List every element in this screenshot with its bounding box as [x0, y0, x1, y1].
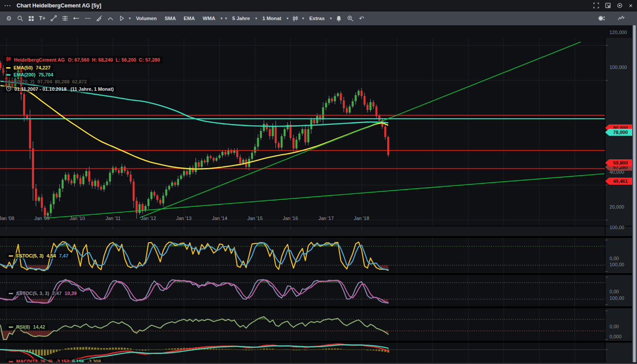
dropdown-caret-icon[interactable]: ▾ [220, 16, 223, 21]
marker-icon[interactable] [119, 15, 125, 21]
toolbar-button-wma[interactable]: WMA [203, 16, 215, 21]
close-icon[interactable]: × [629, 3, 633, 8]
dropdown-caret-icon[interactable]: ▾ [330, 16, 332, 21]
search-icon[interactable] [17, 15, 23, 21]
clock-icon [6, 86, 11, 92]
fibonacci-icon[interactable] [62, 15, 68, 21]
window-title: Chart HeidelbergCement AG [5y] [17, 3, 101, 9]
arc-icon[interactable] [107, 15, 114, 21]
price-alert-badge[interactable]: 78,000 [605, 129, 632, 136]
record-icon[interactable] [617, 3, 623, 8]
date-range-text: 01.11.2007 - 01.10.2018 (11 Jahre, 1 Mon… [14, 86, 114, 92]
dropdown-caret-icon[interactable]: ▾ [286, 16, 289, 21]
price-alert-badge[interactable]: 59,800 [605, 159, 632, 166]
window-right-edge[interactable] [632, 25, 637, 364]
candlestick-legend-icon [6, 56, 11, 63]
toolbar: ⚙T+▾VolumenSMAEMAWMA▾▾5 Jahre▾1 Monat▾▾E… [0, 11, 637, 25]
title-bar: ··· Chart HeidelbergCement AG [5y] × [0, 0, 637, 11]
toolbar-button-1-monat[interactable]: 1 Monat [262, 16, 281, 21]
toolbar-button-extras[interactable]: Extras [309, 16, 324, 21]
window-menu-icon[interactable]: ··· [4, 2, 11, 9]
date-range-row: 01.11.2007 - 01.10.2018 (11 Jahre, 1 Mon… [3, 86, 116, 93]
fullscreen-icon[interactable] [593, 3, 599, 8]
dotted-line-icon[interactable] [85, 15, 91, 21]
chart-window: ··· Chart HeidelbergCement AG [5y] × ⚙T+… [0, 0, 637, 364]
ema200-value: 75,704 [38, 72, 53, 77]
ohlc-values: O: 67,560 H: 68,240 L: 56,200 C: 57,280 [68, 57, 160, 62]
bb-values: 97,704 80,288 62,872 [38, 79, 87, 84]
sstoc-value-1: 7,47 [52, 291, 62, 296]
bell-icon[interactable] [336, 15, 342, 22]
ema200-legend-row[interactable]: EMA(200) 75,704 [3, 72, 56, 78]
sstoc-value-2: 10,39 [65, 291, 77, 296]
dropdown-caret-icon[interactable]: ▾ [129, 16, 131, 21]
price-alert-badge[interactable]: 49,461 [605, 178, 632, 185]
dropdown-caret-icon[interactable]: ▾ [225, 16, 227, 21]
zoom-in-icon[interactable] [347, 15, 354, 22]
chart-area[interactable]: HeidelbergCement AG O: 67,560 H: 68,240 … [0, 25, 632, 362]
ema50-name: EMA(50) [14, 65, 33, 70]
fstoc-name: FSTOC(5, 3) [16, 253, 44, 258]
dropdown-caret-icon[interactable]: ▾ [255, 16, 257, 21]
rsi-value: 14,42 [33, 324, 45, 330]
toolbar-button-ema[interactable]: EMA [184, 16, 195, 21]
ema200-name: EMA(200) [14, 72, 35, 77]
fstoc-swatch-icon [9, 255, 13, 257]
toolbar-button-sma[interactable]: SMA [165, 16, 176, 21]
gear-icon[interactable]: ⚙ [6, 15, 12, 21]
dropdown-caret-icon[interactable]: ▾ [302, 16, 304, 21]
candlestick-icon[interactable] [293, 15, 298, 22]
layout-grid-icon[interactable] [28, 16, 34, 21]
ema50-value: 74,227 [36, 65, 51, 70]
toolbar-button-volumen[interactable]: Volumen [136, 16, 157, 21]
sstoc-legend-row[interactable]: SSTOC(5, 3, 3) 7,47 10,39 [6, 290, 79, 296]
rsi-swatch-icon [9, 326, 13, 328]
fstoc-value-2: 7,47 [59, 253, 68, 258]
compare-icon[interactable] [598, 15, 606, 21]
price-legend-row[interactable]: HeidelbergCement AG O: 67,560 H: 68,240 … [3, 56, 162, 63]
ema200-swatch-icon [6, 74, 10, 76]
sstoc-name: SSTOC(5, 3, 3) [16, 291, 49, 296]
bb-name: BB(20, 2) [14, 79, 34, 84]
ema50-swatch-icon [6, 67, 10, 69]
bb-legend-row[interactable]: BB(20, 2) 97,704 80,288 62,872 [3, 79, 90, 85]
horizontal-ray-icon[interactable] [73, 15, 79, 21]
ema50-legend-row[interactable]: EMA(50) 74,227 [3, 65, 53, 71]
chart-plot[interactable] [0, 25, 632, 364]
trendline-icon[interactable] [51, 15, 57, 21]
text-tool-icon[interactable]: T+ [39, 15, 45, 21]
bb-swatch-icon [6, 81, 10, 82]
fstoc-legend-row[interactable]: FSTOC(5, 3) 4,54 7,47 [6, 253, 71, 259]
fstoc-value-1: 4,54 [47, 253, 56, 258]
undo-icon[interactable]: ↶ [359, 15, 364, 21]
popout-icon[interactable] [605, 3, 611, 8]
freehand-icon[interactable] [96, 15, 102, 21]
indicator-wave-icon[interactable] [618, 15, 625, 21]
instrument-name: HeidelbergCement AG [14, 57, 65, 62]
rsi-legend-row[interactable]: RSI(8) 14,42 [6, 324, 48, 330]
rsi-name: RSI(8) [16, 324, 30, 330]
toolbar-button-5-jahre[interactable]: 5 Jahre [232, 16, 250, 21]
sstoc-swatch-icon [9, 293, 13, 294]
window-bottom-edge [0, 362, 637, 364]
